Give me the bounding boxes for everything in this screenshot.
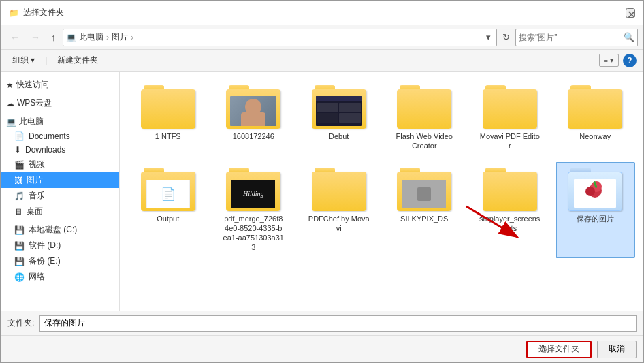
sidebar-item-desktop[interactable]: 🖥 桌面 (1, 204, 119, 219)
sidebar: ★ 快速访问 ☁ WPS云盘 💻 此电脑 📄 Documents (1, 72, 120, 311)
breadcrumb-computer: 此电脑 (79, 31, 103, 43)
sidebar-item-documents[interactable]: 📄 Documents (1, 129, 119, 143)
nav-toolbar: ← → ↑ 💻 此电脑 › 图片 › ▾ ↻ 🔍 (1, 25, 643, 50)
this-pc-icon: 💻 (6, 117, 16, 127)
desktop-icon: 🖥 (14, 207, 22, 217)
file-name: SILKYPIX_DS (400, 214, 448, 223)
downloads-icon: ⬇ (14, 145, 21, 155)
sidebar-item-c-drive[interactable]: 💾 本地磁盘 (C:) (1, 222, 119, 238)
breadcrumb-folder: 图片 (112, 31, 128, 43)
pictures-icon: 🖼 (14, 176, 22, 185)
downloads-label: Downloads (25, 145, 65, 155)
pictures-label: 图片 (27, 174, 43, 186)
organize-button[interactable]: 组织 ▾ (7, 52, 39, 68)
secondary-toolbar: 组织 ▾ | 新建文件夹 ≡ ▾ ? (1, 50, 643, 72)
file-name: 保存的图片 (577, 214, 614, 223)
list-item[interactable]: Debut (299, 80, 379, 157)
up-button[interactable]: ↑ (47, 30, 60, 45)
quick-access-header[interactable]: ★ 快速访问 (1, 77, 119, 93)
search-input[interactable] (519, 33, 624, 42)
list-item[interactable]: Movavi PDF Editor (470, 80, 550, 157)
desktop-label: 桌面 (27, 206, 43, 217)
address-bar[interactable]: 💻 此电脑 › 图片 › ▾ (63, 29, 497, 46)
sidebar-item-network[interactable]: 🌐 网络 (1, 269, 119, 285)
cancel-button[interactable]: 取消 (597, 341, 637, 358)
dialog-icon: 📁 (9, 8, 19, 18)
folder-thumbnail (397, 85, 451, 129)
c-drive-icon: 💾 (14, 225, 25, 235)
refresh-button[interactable]: ↻ (500, 31, 513, 44)
quick-access-icon: ★ (6, 80, 14, 90)
folder-thumbnail (141, 85, 195, 129)
content-area: 1 NTFS 1608172246 (120, 72, 643, 311)
sidebar-item-e-drive[interactable]: 💾 备份 (E:) (1, 253, 119, 269)
folder-thumbnail (483, 168, 537, 211)
file-grid: 1 NTFS 1608172246 (120, 72, 643, 266)
wps-label: WPS云盘 (17, 97, 52, 109)
file-name: PDFChef by Movavi (308, 214, 370, 234)
help-button[interactable]: ? (623, 54, 637, 67)
toolbar-separator: | (45, 56, 47, 65)
folder-thumbnail (568, 168, 622, 211)
this-pc-header[interactable]: 💻 此电脑 (1, 114, 119, 129)
search-box[interactable]: 🔍 (515, 29, 638, 46)
breadcrumb-sep2: › (131, 33, 133, 42)
documents-label: Documents (29, 131, 70, 141)
sidebar-item-downloads[interactable]: ⬇ Downloads (1, 143, 119, 157)
breadcrumb-icon: 💻 (66, 33, 76, 42)
folder-thumbnail (226, 85, 280, 129)
dropdown-button[interactable]: ▾ (483, 31, 494, 44)
e-drive-icon: 💾 (14, 257, 25, 266)
action-bar: 选择文件夹 取消 (1, 335, 643, 362)
videos-icon: 🎬 (14, 160, 25, 170)
sidebar-item-music[interactable]: 🎵 音乐 (1, 188, 119, 204)
toolbar2-right: ≡ ▾ ? (599, 54, 637, 67)
music-icon: 🎵 (14, 191, 25, 201)
folder-path-bar: 文件夹: (1, 311, 643, 335)
videos-label: 视频 (29, 159, 45, 170)
search-button[interactable]: 🔍 (624, 32, 634, 42)
file-name: 1 NTFS (155, 131, 181, 141)
list-item[interactable]: 保存的图片 (556, 162, 636, 258)
file-name: Flash Web Video Creator (393, 131, 455, 151)
list-item[interactable]: Hilding pdf_merge_726f84e0-8520-4335-bea… (214, 162, 294, 258)
list-item[interactable]: 1608172246 (214, 80, 294, 157)
folder-path-input[interactable] (39, 315, 637, 332)
file-name: Movavi PDF Editor (479, 131, 541, 151)
music-label: 音乐 (29, 190, 45, 202)
file-dialog: 📁 选择文件夹 ✕ ← → ↑ 💻 此电脑 › 图片 › ▾ ↻ 🔍 (0, 0, 644, 363)
quick-access-label: 快速访问 (16, 79, 49, 91)
breadcrumb-sep1: › (106, 33, 109, 42)
file-name: smplayer_screenshots (479, 214, 541, 234)
view-button[interactable]: ≡ ▾ (599, 54, 619, 67)
list-item[interactable]: Neonway (556, 80, 636, 157)
wps-header[interactable]: ☁ WPS云盘 (1, 95, 119, 111)
c-drive-label: 本地磁盘 (C:) (29, 224, 77, 236)
back-button[interactable]: ← (6, 30, 24, 45)
folder-thumbnail (483, 85, 537, 129)
title-bar-left: 📁 选择文件夹 (9, 7, 64, 18)
folder-thumbnail: Hilding (226, 168, 280, 211)
list-item[interactable]: PDFChef by Movavi (299, 162, 379, 258)
forward-button[interactable]: → (27, 30, 44, 45)
sidebar-item-videos[interactable]: 🎬 视频 (1, 157, 119, 172)
this-pc-label: 此电脑 (19, 116, 44, 127)
folder-thumbnail (568, 85, 622, 129)
title-bar: 📁 选择文件夹 ✕ (1, 1, 643, 25)
file-name: 1608172246 (233, 131, 274, 141)
sidebar-item-d-drive[interactable]: 💾 软件 (D:) (1, 238, 119, 253)
file-name: Output (157, 214, 179, 223)
close-button[interactable]: ✕ (626, 8, 635, 18)
select-folder-button[interactable]: 选择文件夹 (526, 341, 592, 358)
folder-thumbnail: 📄 (141, 168, 195, 211)
sidebar-item-pictures[interactable]: 🖼 图片 (1, 172, 119, 188)
list-item[interactable]: Flash Web Video Creator (385, 80, 465, 157)
new-folder-button[interactable]: 新建文件夹 (52, 52, 103, 68)
list-item[interactable]: SILKYPIX_DS (385, 162, 465, 258)
file-name: pdf_merge_726f84e0-8520-4335-bea1-aa7513… (223, 214, 284, 253)
list-item[interactable]: 1 NTFS (128, 80, 208, 157)
network-label: 网络 (29, 271, 45, 283)
list-item[interactable]: 📄 Output (128, 162, 208, 258)
list-item[interactable]: smplayer_screenshots (470, 162, 550, 258)
breadcrumb: 💻 此电脑 › 图片 › (66, 31, 483, 43)
